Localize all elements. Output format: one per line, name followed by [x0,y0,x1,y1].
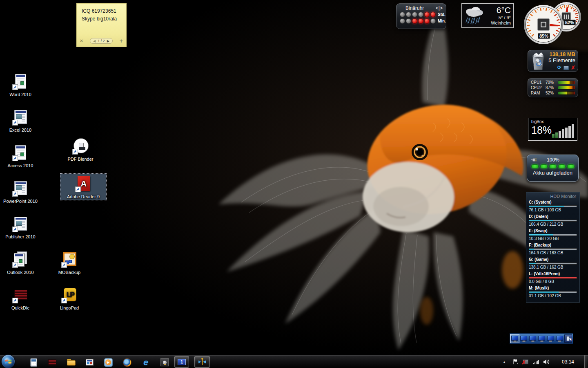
app-window-icon[interactable] [85,357,94,367]
battery-segment-icon [540,164,548,168]
recycle-bin-gadget[interactable]: 138,18 MB 5 Elemente ⟳ ✗ [528,50,578,72]
sticky-note-gadget[interactable]: ICQ 619723651 Skype big10rala × ◀ 1 / 2 … [76,3,127,47]
meter-label: CPU1 [531,80,546,85]
virtual-desktop-5[interactable] [546,334,555,343]
quickdic-icon[interactable] [47,357,57,367]
virtual-desktop-3[interactable] [529,334,537,343]
taskbar-clock[interactable]: 03:14 [557,355,579,368]
show-desktop-button[interactable] [584,355,588,368]
battery-segments [530,164,575,168]
led-off-icon [430,18,436,24]
internet-explorer-icon[interactable]: e [141,357,151,367]
desktop-icon-mobackup[interactable]: MOBackup [47,249,92,276]
mobackup-icon [60,251,78,269]
signal-bar [552,134,555,138]
signal-bar [568,126,571,138]
virtual-desktop-pager[interactable]: ◥ [510,333,573,344]
hdd-monitor-gadget[interactable]: HDD Monitor C: (System)76.1 GB / 103 GBD… [526,192,580,303]
sticky-note-text[interactable]: ICQ 619723651 Skype big10rala [77,4,126,38]
location: Weinheim [485,20,511,26]
taskbar-running-app-1[interactable]: 1 [174,356,189,368]
note-close-icon[interactable]: × [80,38,83,44]
cpu-gauge [524,5,563,46]
drive-row: D: (Daten)106.4 GB / 212 GB [529,214,577,227]
binary-clock-controls[interactable]: <|> [436,5,443,11]
led-on-icon [418,18,423,24]
open-bin-icon[interactable] [564,66,569,70]
gauge-gadget[interactable]: 52% 85% [524,1,585,46]
show-hidden-icons-button[interactable]: ▲ [501,355,508,368]
action-center-flag-icon[interactable] [510,355,519,368]
drive-usage: 0.0 GB / 8 GB [529,279,577,284]
note-next-icon[interactable]: ▶ [107,39,109,43]
desktop-icon-outlook-2010[interactable]: Outlook 2010 [0,249,43,276]
led-on-icon [424,18,430,24]
desktop-icon-lingopad[interactable]: LPLingoPad [47,285,92,311]
desktop-icon-access-2010[interactable]: Access 2010 [0,143,43,169]
drive-row: M: (Musik)31.1 GB / 102 GB [529,286,577,298]
desktop-icon-label: Publisher 2010 [0,234,43,239]
rain-cloud-icon [463,5,485,26]
meter-value: 87% [546,85,558,90]
bigbox-title: bigBox [531,119,574,124]
desktop-icon-pdf-blender[interactable]: PDF Blender [58,136,103,162]
pager-exit-icon[interactable]: ◥ [564,334,572,343]
binary-clock-gadget[interactable]: Binäruhr <|> Std. Min. [396,3,446,29]
signal-bars-icon [552,124,574,138]
drive-row: F: (Backup)164.9 GB / 183 GB [529,243,577,256]
note-add-icon[interactable]: + [120,38,123,44]
minutes-label: Min. [438,18,446,24]
refresh-icon[interactable]: ⟳ [557,65,561,70]
windows-media-player-icon[interactable]: ▶ [103,357,113,367]
drive-name: F: (Backup) [529,243,577,248]
desktop-icon-excel-2010[interactable]: Excel 2010 [0,107,43,133]
desktop-icon-word-2010[interactable]: Word 2010 [0,72,43,98]
system-meter-gadget[interactable]: CPU170%CPU287%RAM52% [528,78,578,97]
virtual-desktop-6[interactable] [555,334,564,343]
drive-bar [529,277,577,279]
firefox-icon[interactable] [122,357,132,367]
battery-segment-icon [558,164,566,168]
drive-row: C: (System)76.1 GB / 103 GB [529,200,577,213]
empty-bin-icon[interactable]: ✗ [571,65,575,71]
volume-icon[interactable] [541,355,551,368]
drive-name: D: (Daten) [529,214,577,219]
desktop-icon-powerpoint-2010[interactable]: PowerPoint 2010 [0,178,43,204]
desktop-icon-label: Adobe Reader 9 [60,194,106,199]
battery-gadget[interactable]: 100% Akku aufgeladen [527,155,579,182]
battery-segment-icon [567,164,575,168]
sticky-note-toolbar: × ◀ 1 / 2 ▶ + [77,38,126,47]
note-prev-icon[interactable]: ◀ [93,39,96,43]
led-off-icon [406,12,411,17]
drive-bar [529,263,577,265]
calculator-icon[interactable] [29,357,38,367]
note-pager: ◀ 1 / 2 ▶ [90,38,113,44]
desktop-icon-publisher-2010[interactable]: Publisher 2010 [0,214,43,240]
virtual-desktop-1[interactable] [511,334,519,343]
taskbar-running-app-2[interactable] [194,356,210,368]
explorer-folder-icon[interactable] [66,357,76,367]
drive-name: L: (Vdlx16Prem) [529,272,577,276]
camera-app-icon[interactable] [160,357,169,367]
led-on-icon [430,12,436,17]
gold-key-app-icon [198,357,207,366]
desktop-icon-label: MOBackup [47,270,92,275]
start-button[interactable] [1,355,15,368]
virtual-desktop-4[interactable] [538,334,546,343]
signal-bar [555,132,558,138]
weather-gadget[interactable]: 6°C 5° / 9° Weinheim [461,3,514,28]
temperature: 6°C [485,5,511,15]
shortcut-arrow-icon [12,262,18,268]
signal-bar [562,129,564,138]
desktop-icon-quickdic[interactable]: QuickDic [0,285,43,311]
shortcut-arrow-icon [12,227,18,232]
device-error-icon[interactable]: ✗ [521,355,530,368]
bigbox-gadget[interactable]: bigBox 18% [528,118,577,141]
led-off-icon [400,18,405,24]
shortcut-arrow-icon [12,191,18,197]
desktop-icon-adobe-reader-9[interactable]: AAdobe Reader 9 [60,174,106,200]
virtual-desktop-2[interactable] [520,334,528,343]
network-signal-icon[interactable] [532,355,541,368]
desktop-icon-label: PowerPoint 2010 [0,199,43,204]
recycle-bin-icon[interactable] [530,51,547,71]
